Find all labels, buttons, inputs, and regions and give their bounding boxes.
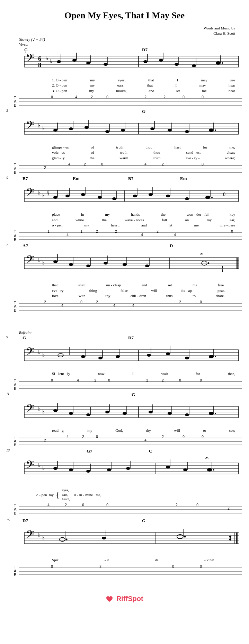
svg-point-71 [168,129,172,132]
svg-text:0: 0 [183,435,185,439]
svg-text:♭: ♭ [42,260,45,266]
lyric-2-2: voic - es of truth thou send - est clear… [19,150,242,155]
tab-7: T A B 4 2 0 0 2 0 2 [3,502,246,517]
svg-text:0: 0 [231,230,233,233]
staff-svg-7: 𝄢 ♭ ♭ [3,455,246,486]
system-3: 5 B7 Em B7 Em 𝄢 ♭ ♭ ♯ ♯ [0,175,249,242]
tab-svg-8: T A B 0 2 0 0 [14,564,242,578]
svg-point-253 [215,413,216,414]
measure-num-11: 11 [6,392,9,396]
svg-point-116 [149,193,153,196]
tab-svg-6: T A B 2 4 2 0 4 2 0 0 [14,434,242,448]
svg-text:4: 4 [174,233,176,237]
riffspot-brand: RiffSpot [116,595,143,602]
svg-text:0: 0 [202,95,204,99]
svg-text:𝄢: 𝄢 [26,52,34,66]
svg-text:♭: ♭ [38,349,41,355]
svg-point-163 [145,265,149,267]
lyric-4-1: that shall un - clasp and set me free. [19,283,242,288]
svg-point-295 [213,469,214,471]
staff-6: 𝄢 ♭ ♭ [3,399,246,427]
svg-text:8: 8 [38,62,41,69]
lyric-2-3: glad - ly the warm truth eve - ry - wher… [19,155,242,161]
chord-G-8: G [142,518,145,524]
system-1: G D7 𝄢 6 8 ♭ ♭ [0,46,249,108]
staff-4: 𝄢 ♭ ♭ [3,250,246,281]
lyric-3-1: place in my hands the won - der - ful ke… [19,212,242,217]
svg-point-161 [123,263,127,266]
tab-svg-7: T A B 4 2 0 0 2 0 2 [14,502,242,517]
svg-point-282 [69,468,73,471]
svg-point-238 [69,412,73,415]
composer-line2: Clara H. Scott [213,31,235,35]
svg-text:𝄢: 𝄢 [26,528,34,543]
svg-text:B: B [14,103,16,107]
svg-point-248 [168,412,172,415]
svg-text:2: 2 [162,435,164,439]
svg-point-69 [150,127,154,130]
svg-text:0: 0 [106,95,108,99]
riffspot-logo: RiffSpot [106,595,143,602]
svg-point-18 [86,62,90,64]
tab-5: T A B 0 4 2 0 2 2 0 0 [3,377,246,391]
staff-svg-2: 𝄢 ♭ ♭ [3,116,246,143]
svg-text:2: 2 [144,95,146,99]
svg-point-26 [175,63,179,66]
tab-svg-1: T A B 0 4 2 0 2 2 0 0 [14,94,242,108]
measure-num-9: 9 [6,335,8,339]
lyric-8-1: Spir - it di - vine! [19,557,242,563]
svg-text:2: 2 [84,162,86,166]
tab-6: T A B 2 4 2 0 4 2 0 0 [3,434,246,448]
lyrics-6: read - y, my God, thy will to see; [3,428,246,433]
svg-text:2: 2 [94,378,96,382]
svg-text:2: 2 [96,300,98,304]
chord-D7-8: D7 [23,518,28,524]
svg-text:0: 0 [196,503,198,507]
svg-text:0: 0 [200,300,202,304]
svg-point-104 [53,196,57,199]
tab-svg-2: T A B 2 4 2 0 4 2 0 [14,161,242,175]
refrain-label: Refrain: [0,323,249,334]
tab-svg-3: T A B 1 4 1 2 2 4 2 4 0 [14,229,242,242]
svg-text:2: 2 [91,95,93,99]
svg-text:♭: ♭ [50,58,53,64]
svg-point-236 [53,409,57,412]
lyrics-4: that shall un - clasp and set me free. e… [3,283,246,298]
svg-point-31 [222,62,223,64]
svg-text:𝄐: 𝄐 [205,455,208,462]
svg-text:2: 2 [96,230,98,233]
svg-text:♭: ♭ [42,535,45,540]
staff-svg-3: 𝄢 ♭ ♭ ♯ ♯ [3,183,246,211]
page-title: Open My Eyes, That I May See [0,0,249,24]
svg-text:0: 0 [96,435,98,439]
svg-point-326 [102,537,106,539]
chord-G-2: G [142,109,145,114]
svg-text:0: 0 [202,162,204,166]
lyric-1-3: 3. O - pen my mouth, and let me bear [19,88,242,93]
svg-point-166 [208,262,210,264]
lyric-1-2: 2. O - pen my ears, that I may hear [19,83,242,88]
lyric-7-bracket: { [56,491,60,499]
system-6: 11 G 𝄢 ♭ ♭ [0,391,249,448]
composer-line1: Words and Music by [204,26,235,30]
svg-text:0: 0 [51,378,53,382]
staff-svg-1: 𝄢 6 8 ♭ ♭ [3,48,246,76]
tab-svg-5: T A B 0 4 2 0 2 2 0 0 [14,377,242,391]
svg-text:0: 0 [51,95,53,99]
chord-C: C [149,448,152,454]
svg-text:4: 4 [141,233,143,237]
svg-text:2: 2 [65,503,67,507]
svg-point-159 [104,262,108,265]
svg-point-76 [215,129,216,131]
system-2: 3 G 𝄢 ♭ ♭ [0,108,249,175]
svg-rect-0 [10,52,239,73]
svg-point-22 [143,60,148,63]
svg-point-242 [105,411,109,413]
chord-Em-1: Em [73,176,80,181]
chord-D7-5: D7 [128,335,134,341]
svg-point-153 [53,260,57,263]
svg-text:2: 2 [44,438,46,442]
system-8: 15 D7 G 𝄢 ♭ ♭ [0,517,249,577]
svg-text:♭: ♭ [38,123,41,128]
lyric-2-1: glimps - es of truth thou hast for me; [19,145,242,150]
